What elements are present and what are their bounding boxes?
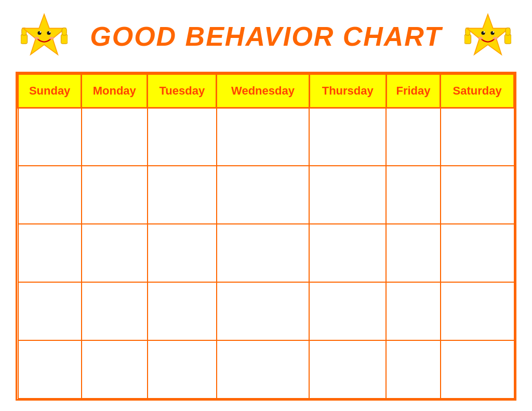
cell-sun-2[interactable]: [18, 166, 82, 224]
star-left-icon: [21, 12, 68, 61]
cell-fri-3[interactable]: [386, 224, 440, 282]
table-row: [18, 166, 514, 224]
cell-tue-2[interactable]: [148, 166, 217, 224]
cell-wed-2[interactable]: [217, 166, 309, 224]
svg-marker-2: [23, 15, 65, 55]
table-row: [18, 224, 514, 282]
table-row: [18, 340, 514, 399]
star-right-icon: [464, 12, 511, 61]
cell-mon-2[interactable]: [82, 166, 148, 224]
cell-mon-3[interactable]: [82, 224, 148, 282]
header: GOOD BEHAVIOR CHART: [16, 10, 516, 62]
cell-thu-2[interactable]: [309, 166, 386, 224]
cell-thu-5[interactable]: [309, 340, 386, 399]
svg-point-7: [34, 37, 39, 39]
cell-wed-4[interactable]: [217, 282, 309, 340]
behavior-chart: Sunday Monday Tuesday Wednesday Thursday…: [16, 72, 516, 401]
cell-thu-3[interactable]: [309, 224, 386, 282]
sunday-header: Sunday: [18, 74, 82, 108]
cell-thu-4[interactable]: [309, 282, 386, 340]
page-title: GOOD BEHAVIOR CHART: [90, 21, 442, 52]
cell-tue-1[interactable]: [148, 108, 217, 166]
cell-tue-3[interactable]: [148, 224, 217, 282]
cell-sat-3[interactable]: [441, 224, 514, 282]
svg-rect-10: [62, 28, 66, 35]
friday-header: Friday: [386, 74, 440, 108]
cell-fri-5[interactable]: [386, 340, 440, 399]
thursday-header: Thursday: [309, 74, 386, 108]
cell-tue-5[interactable]: [148, 340, 217, 399]
cell-sun-3[interactable]: [18, 224, 82, 282]
svg-point-18: [478, 37, 483, 39]
svg-point-16: [483, 31, 485, 33]
svg-rect-20: [504, 34, 511, 44]
svg-rect-11: [464, 34, 471, 44]
cell-tue-4[interactable]: [148, 282, 217, 340]
cell-sat-2[interactable]: [441, 166, 514, 224]
cell-thu-1[interactable]: [309, 108, 386, 166]
cell-fri-1[interactable]: [386, 108, 440, 166]
cell-wed-5[interactable]: [217, 340, 309, 399]
tuesday-header: Tuesday: [148, 74, 217, 108]
cell-mon-4[interactable]: [82, 282, 148, 340]
cell-mon-1[interactable]: [82, 108, 148, 166]
chart-table: Sunday Monday Tuesday Wednesday Thursday…: [17, 73, 515, 399]
table-row: [18, 108, 514, 166]
cell-sun-5[interactable]: [18, 340, 82, 399]
svg-point-6: [49, 31, 50, 33]
cell-sun-1[interactable]: [18, 108, 82, 166]
saturday-header: Saturday: [441, 74, 514, 108]
wednesday-header: Wednesday: [217, 74, 309, 108]
cell-sat-4[interactable]: [441, 282, 514, 340]
days-header-row: Sunday Monday Tuesday Wednesday Thursday…: [18, 74, 514, 108]
table-row: [18, 282, 514, 340]
cell-sun-4[interactable]: [18, 282, 82, 340]
page: GOOD BEHAVIOR CHART: [0, 0, 532, 411]
cell-fri-4[interactable]: [386, 282, 440, 340]
cell-sat-5[interactable]: [441, 340, 514, 399]
svg-rect-21: [506, 28, 510, 35]
cell-mon-5[interactable]: [82, 340, 148, 399]
svg-marker-13: [467, 15, 509, 55]
svg-point-8: [49, 37, 54, 39]
cell-wed-3[interactable]: [217, 224, 309, 282]
monday-header: Monday: [82, 74, 148, 108]
svg-rect-9: [61, 34, 68, 44]
cell-wed-1[interactable]: [217, 108, 309, 166]
svg-point-19: [493, 37, 498, 39]
cell-sat-1[interactable]: [441, 108, 514, 166]
svg-point-5: [39, 31, 41, 33]
svg-point-17: [493, 31, 494, 33]
svg-rect-0: [21, 34, 28, 44]
cell-fri-2[interactable]: [386, 166, 440, 224]
